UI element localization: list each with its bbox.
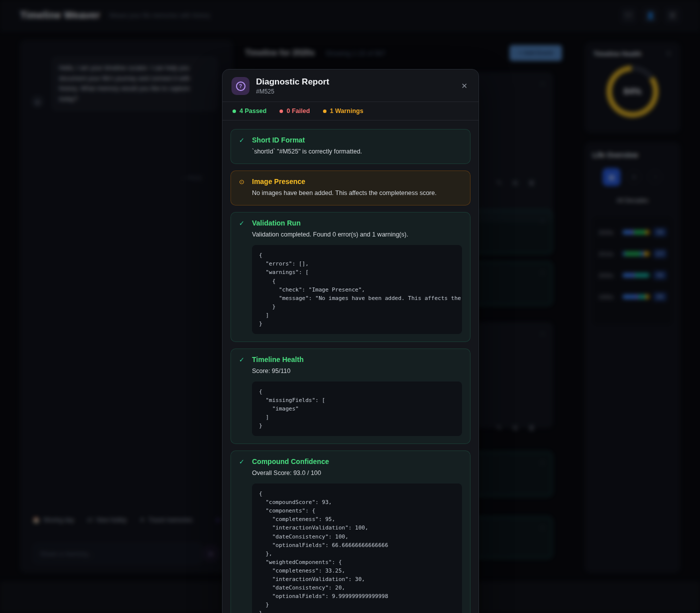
check-compound-confidence: ✓ Compound Confidence Overall Score: 93.… [230, 450, 470, 613]
diagnostic-icon: ? [232, 77, 250, 95]
passed-badge: 4 Passed [232, 108, 266, 114]
check-short-id-format: ✓ Short ID Format `shortId` "#M525" is c… [230, 129, 470, 164]
check-warn-icon: ⊙ [239, 178, 252, 186]
close-icon[interactable]: ✕ [459, 80, 470, 92]
passed-dot [232, 110, 236, 113]
check-pass-icon: ✓ [239, 356, 252, 364]
failed-badge: 0 Failed [280, 108, 310, 114]
check-title: Image Presence [252, 178, 462, 186]
check-description: Score: 95/110 [252, 366, 462, 376]
check-title: Validation Run [252, 219, 462, 227]
modal-body: ✓ Short ID Format `shortId` "#M525" is c… [222, 120, 478, 613]
check-title: Short ID Format [252, 136, 462, 144]
check-title: Timeline Health [252, 356, 462, 364]
check-json-output: { "missingFields": [ "images" ] } [252, 382, 462, 436]
check-pass-icon: ✓ [239, 220, 252, 227]
failed-dot [280, 110, 283, 113]
check-timeline-health: ✓ Timeline Health Score: 95/110 { "missi… [230, 348, 470, 444]
warnings-dot [323, 110, 326, 113]
check-description: Overall Score: 93.0 / 100 [252, 468, 462, 478]
diagnostic-report-modal: ? Diagnostic Report #M525 ✕ 4 Passed 0 F… [222, 69, 479, 613]
check-image-presence: ⊙ Image Presence No images have been add… [230, 170, 470, 206]
modal-title: Diagnostic Report [256, 77, 329, 87]
check-json-output: { "compoundScore": 93, "components": { "… [252, 484, 462, 613]
check-validation-run: ✓ Validation Run Validation completed. F… [230, 212, 470, 342]
check-description: Validation completed. Found 0 error(s) a… [252, 230, 462, 239]
modal-header: ? Diagnostic Report #M525 ✕ [222, 70, 478, 102]
check-pass-icon: ✓ [239, 458, 252, 466]
check-description: `shortId` "#M525" is correctly formatted… [252, 147, 462, 156]
status-summary: 4 Passed 0 Failed 1 Warnings [222, 102, 478, 120]
modal-memory-id: #M525 [256, 88, 329, 95]
check-description: No images have been added. This affects … [252, 188, 462, 198]
check-json-output: { "errors": [], "warnings": [ { "check":… [252, 245, 462, 334]
check-pass-icon: ✓ [239, 136, 252, 144]
check-title: Compound Confidence [252, 458, 462, 466]
warnings-badge: 1 Warnings [323, 108, 364, 114]
